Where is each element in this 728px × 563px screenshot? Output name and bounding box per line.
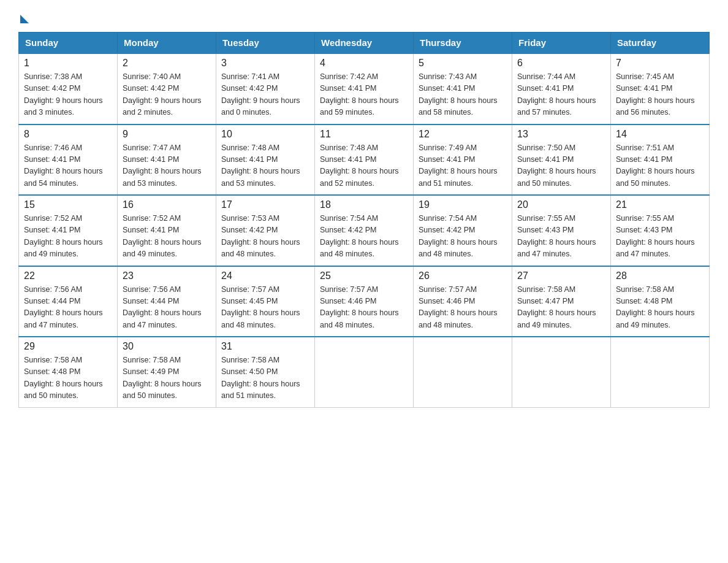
- calendar-cell: 28 Sunrise: 7:58 AMSunset: 4:48 PMDaylig…: [611, 266, 710, 337]
- day-info: Sunrise: 7:56 AMSunset: 4:44 PMDaylight:…: [24, 285, 103, 329]
- calendar-cell: 1 Sunrise: 7:38 AMSunset: 4:42 PMDayligh…: [19, 53, 118, 124]
- calendar-cell: 9 Sunrise: 7:47 AMSunset: 4:41 PMDayligh…: [118, 124, 216, 196]
- day-number: 26: [419, 270, 507, 282]
- day-info: Sunrise: 7:38 AMSunset: 4:42 PMDaylight:…: [24, 72, 103, 117]
- day-number: 2: [123, 58, 211, 69]
- weekday-header-sunday: Sunday: [19, 33, 118, 54]
- day-number: 4: [320, 58, 408, 69]
- day-info: Sunrise: 7:57 AMSunset: 4:45 PMDaylight:…: [221, 285, 300, 329]
- day-info: Sunrise: 7:58 AMSunset: 4:50 PMDaylight:…: [221, 356, 300, 400]
- day-number: 1: [24, 58, 112, 69]
- day-number: 24: [221, 270, 309, 282]
- day-number: 8: [24, 129, 112, 140]
- weekday-header-saturday: Saturday: [611, 33, 710, 54]
- calendar-cell: 18 Sunrise: 7:54 AMSunset: 4:42 PMDaylig…: [315, 195, 414, 266]
- day-info: Sunrise: 7:58 AMSunset: 4:48 PMDaylight:…: [24, 356, 103, 400]
- day-number: 11: [320, 129, 408, 140]
- calendar-cell: 13 Sunrise: 7:50 AMSunset: 4:41 PMDaylig…: [512, 124, 611, 196]
- day-number: 31: [221, 341, 309, 352]
- calendar-header-row: SundayMondayTuesdayWednesdayThursdayFrid…: [19, 33, 710, 54]
- weekday-header-friday: Friday: [512, 33, 611, 54]
- calendar-cell: 22 Sunrise: 7:56 AMSunset: 4:44 PMDaylig…: [19, 266, 118, 337]
- weekday-header-wednesday: Wednesday: [315, 33, 414, 54]
- logo: [18, 12, 29, 21]
- day-info: Sunrise: 7:58 AMSunset: 4:49 PMDaylight:…: [123, 356, 202, 400]
- calendar-week-row: 29 Sunrise: 7:58 AMSunset: 4:48 PMDaylig…: [19, 337, 710, 407]
- day-number: 13: [517, 129, 605, 140]
- day-number: 22: [24, 270, 112, 282]
- calendar-cell: 7 Sunrise: 7:45 AMSunset: 4:41 PMDayligh…: [611, 53, 710, 124]
- day-info: Sunrise: 7:52 AMSunset: 4:41 PMDaylight:…: [123, 214, 202, 258]
- calendar-week-row: 8 Sunrise: 7:46 AMSunset: 4:41 PMDayligh…: [19, 124, 710, 196]
- weekday-header-thursday: Thursday: [414, 33, 512, 54]
- calendar-cell: [611, 337, 710, 407]
- calendar-cell: 19 Sunrise: 7:54 AMSunset: 4:42 PMDaylig…: [414, 195, 512, 266]
- day-number: 5: [419, 58, 507, 69]
- day-info: Sunrise: 7:58 AMSunset: 4:47 PMDaylight:…: [517, 285, 596, 329]
- day-info: Sunrise: 7:57 AMSunset: 4:46 PMDaylight:…: [419, 285, 498, 329]
- day-number: 23: [123, 270, 211, 282]
- day-info: Sunrise: 7:42 AMSunset: 4:41 PMDaylight:…: [320, 72, 399, 117]
- day-number: 25: [320, 270, 408, 282]
- calendar-cell: 5 Sunrise: 7:43 AMSunset: 4:41 PMDayligh…: [414, 53, 512, 124]
- day-info: Sunrise: 7:56 AMSunset: 4:44 PMDaylight:…: [123, 285, 202, 329]
- calendar-cell: 2 Sunrise: 7:40 AMSunset: 4:42 PMDayligh…: [118, 53, 216, 124]
- day-number: 20: [517, 199, 605, 210]
- day-number: 29: [24, 341, 112, 352]
- day-number: 6: [517, 58, 605, 69]
- page-header: [18, 12, 710, 21]
- calendar-table: SundayMondayTuesdayWednesdayThursdayFrid…: [18, 32, 710, 408]
- day-info: Sunrise: 7:55 AMSunset: 4:43 PMDaylight:…: [616, 214, 695, 258]
- day-info: Sunrise: 7:53 AMSunset: 4:42 PMDaylight:…: [221, 214, 300, 258]
- day-info: Sunrise: 7:49 AMSunset: 4:41 PMDaylight:…: [419, 144, 498, 188]
- day-info: Sunrise: 7:52 AMSunset: 4:41 PMDaylight:…: [24, 214, 103, 258]
- calendar-cell: [512, 337, 611, 407]
- day-info: Sunrise: 7:58 AMSunset: 4:48 PMDaylight:…: [616, 285, 695, 329]
- day-info: Sunrise: 7:47 AMSunset: 4:41 PMDaylight:…: [123, 144, 202, 188]
- calendar-cell: 30 Sunrise: 7:58 AMSunset: 4:49 PMDaylig…: [118, 337, 216, 407]
- day-number: 18: [320, 199, 408, 210]
- day-number: 16: [123, 199, 211, 210]
- weekday-header-tuesday: Tuesday: [216, 33, 315, 54]
- calendar-cell: 11 Sunrise: 7:48 AMSunset: 4:41 PMDaylig…: [315, 124, 414, 196]
- calendar-cell: 10 Sunrise: 7:48 AMSunset: 4:41 PMDaylig…: [216, 124, 315, 196]
- calendar-cell: 14 Sunrise: 7:51 AMSunset: 4:41 PMDaylig…: [611, 124, 710, 196]
- weekday-header-monday: Monday: [118, 33, 216, 54]
- day-info: Sunrise: 7:40 AMSunset: 4:42 PMDaylight:…: [123, 72, 202, 117]
- calendar-cell: [414, 337, 512, 407]
- calendar-cell: 26 Sunrise: 7:57 AMSunset: 4:46 PMDaylig…: [414, 266, 512, 337]
- day-number: 28: [616, 270, 704, 282]
- calendar-week-row: 15 Sunrise: 7:52 AMSunset: 4:41 PMDaylig…: [19, 195, 710, 266]
- calendar-cell: 31 Sunrise: 7:58 AMSunset: 4:50 PMDaylig…: [216, 337, 315, 407]
- day-info: Sunrise: 7:44 AMSunset: 4:41 PMDaylight:…: [517, 72, 596, 117]
- calendar-cell: 16 Sunrise: 7:52 AMSunset: 4:41 PMDaylig…: [118, 195, 216, 266]
- calendar-cell: 21 Sunrise: 7:55 AMSunset: 4:43 PMDaylig…: [611, 195, 710, 266]
- calendar-cell: 27 Sunrise: 7:58 AMSunset: 4:47 PMDaylig…: [512, 266, 611, 337]
- day-number: 17: [221, 199, 309, 210]
- day-number: 7: [616, 58, 704, 69]
- day-info: Sunrise: 7:48 AMSunset: 4:41 PMDaylight:…: [320, 144, 399, 188]
- calendar-cell: 24 Sunrise: 7:57 AMSunset: 4:45 PMDaylig…: [216, 266, 315, 337]
- calendar-week-row: 1 Sunrise: 7:38 AMSunset: 4:42 PMDayligh…: [19, 53, 710, 124]
- calendar-cell: 23 Sunrise: 7:56 AMSunset: 4:44 PMDaylig…: [118, 266, 216, 337]
- calendar-cell: 4 Sunrise: 7:42 AMSunset: 4:41 PMDayligh…: [315, 53, 414, 124]
- day-number: 30: [123, 341, 211, 352]
- day-info: Sunrise: 7:46 AMSunset: 4:41 PMDaylight:…: [24, 144, 103, 188]
- day-number: 21: [616, 199, 704, 210]
- day-info: Sunrise: 7:57 AMSunset: 4:46 PMDaylight:…: [320, 285, 399, 329]
- day-number: 19: [419, 199, 507, 210]
- day-number: 12: [419, 129, 507, 140]
- day-number: 3: [221, 58, 309, 69]
- calendar-cell: 12 Sunrise: 7:49 AMSunset: 4:41 PMDaylig…: [414, 124, 512, 196]
- calendar-cell: 15 Sunrise: 7:52 AMSunset: 4:41 PMDaylig…: [19, 195, 118, 266]
- day-info: Sunrise: 7:43 AMSunset: 4:41 PMDaylight:…: [419, 72, 498, 117]
- day-number: 10: [221, 129, 309, 140]
- calendar-cell: [315, 337, 414, 407]
- day-number: 14: [616, 129, 704, 140]
- calendar-cell: 25 Sunrise: 7:57 AMSunset: 4:46 PMDaylig…: [315, 266, 414, 337]
- day-info: Sunrise: 7:48 AMSunset: 4:41 PMDaylight:…: [221, 144, 300, 188]
- day-info: Sunrise: 7:55 AMSunset: 4:43 PMDaylight:…: [517, 214, 596, 258]
- day-info: Sunrise: 7:41 AMSunset: 4:42 PMDaylight:…: [221, 72, 300, 117]
- calendar-cell: 6 Sunrise: 7:44 AMSunset: 4:41 PMDayligh…: [512, 53, 611, 124]
- day-info: Sunrise: 7:45 AMSunset: 4:41 PMDaylight:…: [616, 72, 695, 117]
